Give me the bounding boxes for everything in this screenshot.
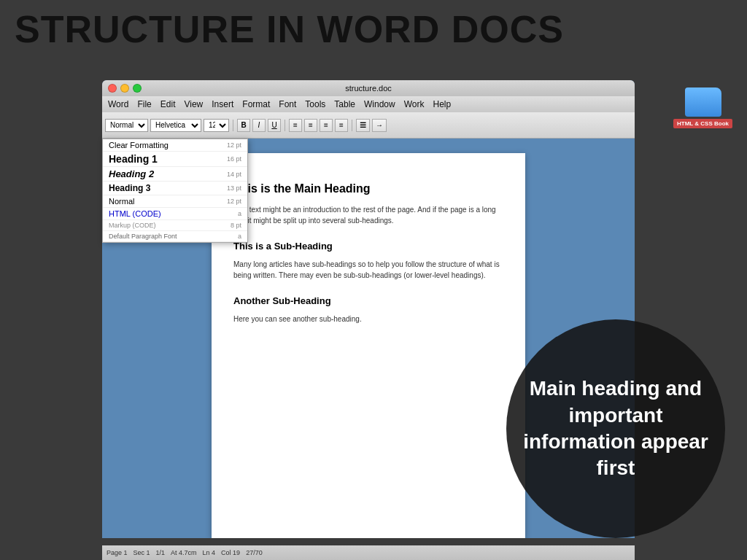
style-label-clear: Clear Formatting bbox=[109, 141, 169, 149]
status-words: 27/70 bbox=[246, 549, 263, 556]
style-label-normal: Normal bbox=[109, 197, 134, 206]
menu-item-insert[interactable]: Insert bbox=[212, 99, 233, 109]
status-ln: Ln 4 bbox=[203, 549, 216, 556]
menu-item-file[interactable]: File bbox=[137, 99, 151, 109]
status-page: Page 1 bbox=[107, 549, 128, 556]
align-center-button[interactable]: ≡ bbox=[304, 119, 317, 132]
minimize-button[interactable] bbox=[120, 84, 129, 93]
style-size-html: a bbox=[238, 210, 241, 217]
doc-sub-heading-2: Another Sub-Heading bbox=[233, 295, 503, 306]
doc-intro-text: This text might be an introduction to th… bbox=[233, 204, 503, 226]
style-label-h3: Heading 3 bbox=[109, 183, 150, 193]
callout-overlay: Main heading and important information a… bbox=[506, 319, 725, 538]
separator-1 bbox=[233, 120, 233, 131]
style-html-code[interactable]: HTML (CODE) a bbox=[103, 208, 247, 220]
italic-button[interactable]: I bbox=[252, 119, 266, 132]
style-clear-formatting[interactable]: Clear Formatting 12 pt bbox=[103, 139, 247, 152]
word-statusbar: Page 1 Sec 1 1/1 At 4.7cm Ln 4 Col 19 27… bbox=[102, 545, 635, 560]
style-label-h1: Heading 1 bbox=[109, 153, 158, 165]
menu-item-view[interactable]: View bbox=[184, 99, 203, 109]
style-label-html: HTML (CODE) bbox=[109, 209, 161, 218]
window-controls bbox=[108, 84, 142, 93]
close-button[interactable] bbox=[108, 84, 117, 93]
underline-button[interactable]: U bbox=[268, 119, 281, 132]
menu-item-tools[interactable]: Tools bbox=[305, 99, 325, 109]
align-right-button[interactable]: ≡ bbox=[320, 119, 333, 132]
style-size-h3: 13 pt bbox=[227, 184, 241, 192]
maximize-button[interactable] bbox=[133, 84, 142, 93]
style-size-h2: 14 pt bbox=[227, 171, 241, 178]
menu-item-table[interactable]: Table bbox=[334, 99, 355, 109]
menu-item-work[interactable]: Work bbox=[404, 99, 425, 109]
word-toolbar: Normal Helvetica 12 B I U ≡ ≡ ≡ ≡ ☰ → bbox=[102, 112, 635, 139]
window-title: structure.doc bbox=[345, 84, 392, 93]
style-normal[interactable]: Normal 12 pt bbox=[103, 195, 247, 208]
book-label: HTML & CSS Book bbox=[673, 119, 732, 128]
word-titlebar: structure.doc bbox=[102, 80, 635, 96]
style-default-para[interactable]: Default Paragraph Font a bbox=[103, 231, 247, 242]
doc-main-heading: This is the Main Heading bbox=[233, 182, 503, 195]
menu-item-font[interactable]: Font bbox=[279, 99, 296, 109]
menu-item-format[interactable]: Format bbox=[242, 99, 270, 109]
status-sec: Sec 1 bbox=[133, 549, 150, 556]
list-button[interactable]: ☰ bbox=[356, 119, 370, 132]
css-book-icon: HTML & CSS Book bbox=[673, 88, 732, 128]
bold-button[interactable]: B bbox=[237, 119, 250, 132]
separator-2 bbox=[285, 120, 285, 131]
menu-item-help[interactable]: Help bbox=[433, 99, 452, 109]
style-markup[interactable]: Markup (CODE) 8 pt bbox=[103, 220, 247, 231]
style-heading2[interactable]: Heading 2 14 pt bbox=[103, 167, 247, 182]
style-size-normal: 12 pt bbox=[227, 198, 241, 205]
callout-text: Main heading and important information a… bbox=[506, 361, 725, 497]
style-size-markup: 8 pt bbox=[231, 222, 241, 229]
style-label-markup: Markup (CODE) bbox=[109, 222, 156, 229]
justify-button[interactable]: ≡ bbox=[335, 119, 348, 132]
page-title: STRUCTURE IN WORD DOCS bbox=[15, 7, 564, 51]
separator-3 bbox=[352, 120, 352, 131]
style-size-default: a bbox=[238, 233, 241, 240]
style-size-clear: 12 pt bbox=[227, 141, 241, 149]
style-heading3[interactable]: Heading 3 13 pt bbox=[103, 182, 247, 195]
style-size-h1: 16 pt bbox=[227, 155, 241, 163]
menu-item-window[interactable]: Window bbox=[364, 99, 395, 109]
status-pos: 1/1 bbox=[156, 549, 166, 556]
styles-panel: Clear Formatting 12 pt Heading 1 16 pt H… bbox=[102, 139, 248, 243]
doc-sub-heading-1: This is a Sub-Heading bbox=[233, 241, 503, 252]
style-label-h2: Heading 2 bbox=[109, 168, 154, 179]
doc-body-text-2: Here you can see another sub-heading. bbox=[233, 314, 503, 324]
style-label-default: Default Paragraph Font bbox=[109, 233, 177, 240]
word-menubar: Word File Edit View Insert Format Font T… bbox=[102, 96, 635, 112]
document-page: This is the Main Heading This text might… bbox=[212, 153, 525, 538]
status-at: At 4.7cm bbox=[171, 549, 197, 556]
doc-body-text-1: Many long articles have sub-headings so … bbox=[233, 259, 503, 281]
status-col: Col 19 bbox=[221, 549, 240, 556]
style-select[interactable]: Normal bbox=[105, 119, 148, 132]
menu-item-word[interactable]: Word bbox=[108, 99, 128, 109]
style-heading1[interactable]: Heading 1 16 pt bbox=[103, 152, 247, 167]
menu-item-edit[interactable]: Edit bbox=[160, 99, 176, 109]
align-left-button[interactable]: ≡ bbox=[289, 119, 302, 132]
folder-icon bbox=[685, 88, 721, 117]
font-select[interactable]: Helvetica bbox=[150, 119, 201, 132]
size-select[interactable]: 12 bbox=[204, 119, 229, 132]
indent-button[interactable]: → bbox=[372, 119, 387, 132]
